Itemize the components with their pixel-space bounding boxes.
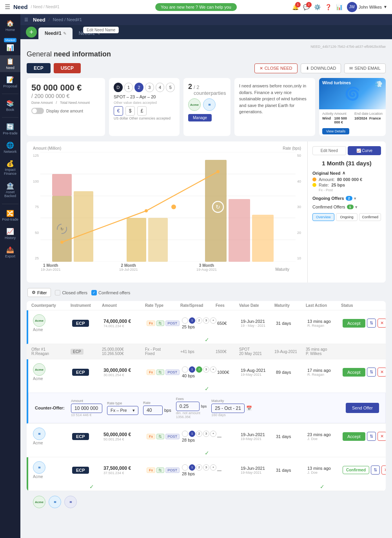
- sidebar-item-pretrade[interactable]: 🔄 Pre-trade: [0, 121, 20, 138]
- rate-type-select[interactable]: Fx – Pre ▾: [107, 406, 138, 415]
- panel-tab-edit[interactable]: Edit Need: [312, 146, 346, 155]
- confirmed-offers-checkbox[interactable]: ✓: [91, 290, 97, 295]
- confirmed-button[interactable]: Confirmed: [359, 213, 381, 221]
- step-1-1: 1: [189, 317, 195, 324]
- fees-input[interactable]: 0.25: [176, 402, 200, 411]
- home-icon: 🏠: [6, 20, 14, 27]
- close-need-button[interactable]: ✕ CLOSE NEED: [254, 63, 298, 73]
- tab-need1[interactable]: Need#1 ✎: [38, 27, 73, 39]
- chat-icon[interactable]: 💬2: [303, 4, 310, 11]
- turbine-info: Activity Amount End date Location Wind 1…: [319, 109, 386, 127]
- tab-need1-edit-icon[interactable]: ✎: [63, 31, 66, 36]
- sidebar-item-market[interactable]: Market 📊: [0, 36, 20, 54]
- sidebar-item-posttrade[interactable]: 🔀 Post-trade: [0, 207, 20, 224]
- send-offer-button[interactable]: Send Offer: [346, 403, 379, 413]
- hamburger-icon[interactable]: ☰: [5, 3, 10, 11]
- counter-button-2[interactable]: ⇅: [367, 368, 376, 377]
- svg-rect-16: [252, 215, 274, 262]
- turbine-image: Wind turbines 🌀 💨: [319, 78, 386, 109]
- counter-button-3[interactable]: ⇅: [367, 432, 376, 441]
- notification-bell-icon[interactable]: 🔔1: [292, 4, 299, 11]
- sidebar-item-need[interactable]: 📋 Need: [0, 55, 20, 72]
- ongoing-offers-section: Ongoing Offers 2 ▾: [312, 196, 381, 201]
- manage-counterparty-button[interactable]: Manage: [188, 114, 212, 121]
- step-1-2: 1: [189, 366, 195, 373]
- day-btn-3[interactable]: 3: [145, 83, 154, 92]
- reject-button-4[interactable]: ✕: [381, 466, 386, 475]
- overview-button[interactable]: Overview: [312, 213, 334, 221]
- closed-offers-checkbox[interactable]: [55, 290, 60, 295]
- rate-sub: Fx - Post: [319, 188, 333, 192]
- ongoing-toggle-icon[interactable]: ▾: [354, 196, 356, 201]
- confirmed-offers-filter[interactable]: ✓ Confirmed offers: [91, 290, 130, 295]
- closed-offers-filter[interactable]: Closed offers: [55, 290, 87, 295]
- day-btn-1[interactable]: 1: [124, 83, 133, 92]
- help-icon[interactable]: ❓: [325, 4, 332, 11]
- calendar-icon[interactable]: 📅: [246, 406, 252, 411]
- counter-button-1[interactable]: ⇅: [367, 319, 376, 328]
- edit-need-name-popup[interactable]: Edit Need Name: [83, 27, 119, 33]
- reject-button-3[interactable]: ✕: [377, 432, 386, 441]
- top-bar-right: 🔔1 💬2 ⚙️ ❓ 📊 JW John Wilkes ▼: [292, 2, 387, 12]
- day-btn-4[interactable]: 4: [156, 83, 165, 92]
- accept-button-3[interactable]: Accept: [343, 432, 365, 441]
- confirmed-toggle-icon[interactable]: ▾: [355, 205, 357, 209]
- sidebar-item-proposal[interactable]: 📝 Proposal: [0, 74, 20, 91]
- ecp-button[interactable]: ECP: [27, 63, 51, 73]
- instrument-2: ECP: [72, 369, 103, 376]
- day-btn-2[interactable]: 2: [134, 83, 143, 92]
- sidebar-item-history[interactable]: 📈 History: [0, 225, 20, 242]
- sidebar-item-home[interactable]: 🏠 Home: [0, 17, 20, 34]
- download-button[interactable]: ⬇ DOWNLOAD: [301, 63, 341, 73]
- sidebar-item-impact[interactable]: 💰 Impact Finance: [0, 158, 20, 178]
- value-date-3: 19-Jun-2021 19-May-2021: [241, 432, 276, 441]
- view-details-button[interactable]: View Details: [322, 128, 349, 134]
- settings-icon[interactable]: ⚙️: [314, 4, 321, 11]
- ongoing-button[interactable]: Ongoing: [336, 213, 358, 221]
- add-tab-button[interactable]: +: [26, 27, 37, 38]
- uscp-button[interactable]: USCP: [54, 63, 81, 73]
- instrument-tag-2[interactable]: ECP: [72, 369, 89, 376]
- steps-4: 1 2 3 +: [182, 464, 217, 471]
- reject-button-2[interactable]: ✕: [377, 368, 386, 377]
- amount-val-2: 30,000,000 €: [103, 368, 147, 373]
- chevron-up-icon[interactable]: ∧: [342, 170, 345, 176]
- accept-button-1[interactable]: Accept: [343, 319, 365, 328]
- instrument-tag-4[interactable]: ECP: [72, 467, 89, 474]
- amount-input[interactable]: 10 000 000: [71, 404, 102, 413]
- filter-button[interactable]: ⚙ Filter: [27, 288, 51, 297]
- maturity-input[interactable]: 25 - Oct - 21: [211, 404, 245, 413]
- rate-input[interactable]: 40: [143, 406, 163, 415]
- sub-hamburger-icon[interactable]: ☰: [24, 17, 28, 22]
- currency-eur-button[interactable]: €: [114, 106, 123, 116]
- chevron-down-icon[interactable]: ▼: [383, 5, 387, 9]
- chart-icon[interactable]: 📊: [336, 4, 343, 11]
- instrument-tag-1[interactable]: ECP: [72, 320, 89, 327]
- counter-button-4[interactable]: ⇅: [371, 466, 380, 475]
- sub-amount-sub-1: 10.266.500€: [102, 351, 145, 356]
- header-rate-type: Rate Type: [145, 303, 180, 308]
- turbine-icon: 🌀: [345, 86, 360, 101]
- help-tooltip[interactable]: You are new here ? We can help you: [155, 3, 237, 11]
- instrument-tag-3[interactable]: ECP: [72, 433, 89, 440]
- reject-button-1[interactable]: ✕: [377, 319, 386, 328]
- sidebar-item-export[interactable]: 📤 Export: [0, 244, 20, 261]
- currency-usd-button[interactable]: $: [125, 106, 135, 116]
- currency-gbp-button[interactable]: £: [137, 106, 147, 116]
- counterparty-4: ≋ Acme: [33, 461, 72, 479]
- sidebar-item-network[interactable]: 🌐 Network: [0, 139, 20, 156]
- tag-post-1: POST: [165, 321, 180, 326]
- offer-row-2: Acme Acme ECP 30,000,000 € 30.001.254 €: [27, 359, 386, 424]
- day-btn-d[interactable]: D: [114, 83, 123, 92]
- amount-val-4: 37,500,000 €: [103, 466, 147, 471]
- panel-tab-curve[interactable]: 📈 Curve: [348, 146, 381, 155]
- user-area[interactable]: JW John Wilkes ▼: [347, 2, 387, 12]
- sidebar-item-book[interactable]: 📚 Book: [0, 97, 20, 114]
- amount-dot: [312, 178, 316, 181]
- accept-button-2[interactable]: Accept: [343, 368, 365, 377]
- display-amount-toggle[interactable]: [31, 108, 44, 114]
- send-email-button[interactable]: ✉ SEND EMAIL: [344, 63, 386, 73]
- day-btn-5[interactable]: 5: [166, 83, 175, 92]
- rate-val-4: 28 bps: [182, 471, 217, 476]
- sidebar-item-asset[interactable]: 🏦 Asset Backed: [0, 180, 20, 201]
